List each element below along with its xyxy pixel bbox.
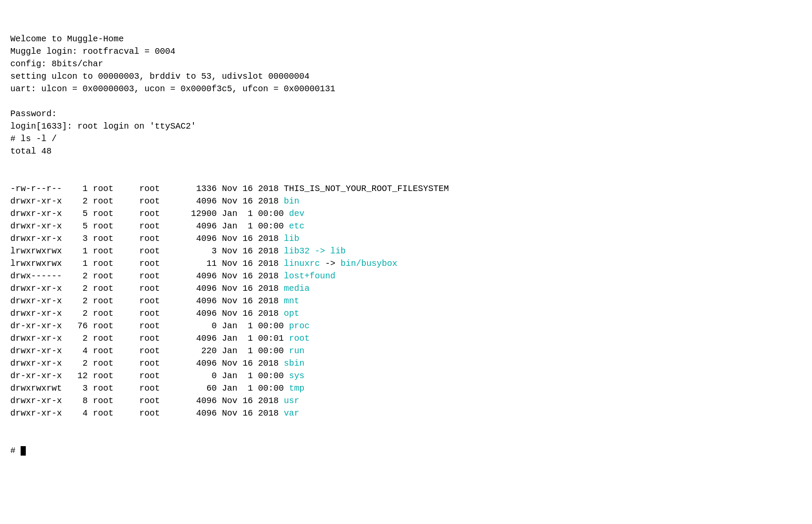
- file-perms: drwxr-xr-x: [10, 308, 62, 318]
- file-links: 3: [72, 234, 88, 244]
- file-perms: drwxr-xr-x: [10, 296, 62, 306]
- terminal-line: Welcome to Muggle-Home: [10, 33, 802, 45]
- file-year: 00:00: [258, 221, 284, 231]
- file-day: 16: [242, 271, 253, 281]
- file-group: root: [139, 396, 160, 406]
- file-size: 4096: [186, 296, 217, 306]
- file-year: 2018: [258, 408, 279, 418]
- file-group: root: [139, 196, 160, 206]
- file-size: 4096: [186, 333, 217, 343]
- file-year: 2018: [258, 196, 279, 206]
- ls-row: drwxr-xr-x 2 root root 4096 Nov 16 2018 …: [10, 307, 802, 320]
- file-month: Nov: [222, 358, 237, 368]
- file-month: Jan: [222, 346, 237, 356]
- file-name: bin: [284, 196, 299, 206]
- file-name: lib: [284, 234, 299, 244]
- file-size: 1336: [186, 184, 217, 194]
- terminal-line: config: 8bits/char: [10, 58, 802, 70]
- file-group: root: [139, 246, 160, 256]
- ls-row: drwxr-xr-x 3 root root 4096 Nov 16 2018 …: [10, 232, 802, 245]
- file-group: root: [139, 271, 160, 281]
- file-owner: root: [93, 333, 113, 343]
- file-links: 2: [72, 308, 88, 318]
- ls-row: drwxr-xr-x 4 root root 4096 Nov 16 2018 …: [10, 407, 802, 419]
- ls-row: drwx------ 2 root root 4096 Nov 16 2018 …: [10, 270, 802, 282]
- file-year: 2018: [258, 358, 279, 368]
- ls-row: dr-xr-xr-x 12 root root 0 Jan 1 00:00 sy…: [10, 370, 802, 382]
- file-day: 1: [242, 209, 253, 219]
- file-links: 2: [72, 333, 88, 343]
- file-owner: root: [93, 234, 113, 244]
- file-month: Nov: [222, 234, 237, 244]
- file-group: root: [139, 284, 160, 293]
- file-perms: drwxr-xr-x: [10, 396, 62, 406]
- terminal-output: Welcome to Muggle-HomeMuggle login: root…: [10, 8, 802, 469]
- header-section: Welcome to Muggle-HomeMuggle login: root…: [10, 33, 802, 157]
- file-group: root: [139, 184, 160, 194]
- file-perms: drwxr-xr-x: [10, 346, 62, 356]
- file-day: 1: [242, 371, 253, 381]
- cursor: [21, 446, 26, 456]
- file-perms: drwx------: [10, 271, 62, 281]
- file-month: Nov: [222, 184, 237, 194]
- file-month: Jan: [222, 321, 237, 331]
- file-perms: drwxr-xr-x: [10, 234, 62, 244]
- prompt-symbol: #: [10, 446, 21, 456]
- ls-row: drwxr-xr-x 4 root root 220 Jan 1 00:00 r…: [10, 345, 802, 357]
- file-day: 16: [242, 196, 253, 206]
- file-perms: drwxr-xr-x: [10, 209, 62, 219]
- file-owner: root: [93, 408, 113, 418]
- file-perms: -rw-r--r--: [10, 184, 62, 194]
- file-name: sys: [289, 371, 304, 381]
- file-size: 12900: [186, 209, 217, 219]
- ls-output-section: -rw-r--r-- 1 root root 1336 Nov 16 2018 …: [10, 182, 802, 419]
- file-group: root: [139, 308, 160, 318]
- file-day: 16: [242, 308, 253, 318]
- file-year: 00:00: [258, 209, 284, 219]
- file-size: 4096: [186, 221, 217, 231]
- file-day: 16: [242, 358, 253, 368]
- file-name: usr: [284, 396, 299, 406]
- file-day: 16: [242, 246, 253, 256]
- terminal-line: # ls -l /: [10, 133, 802, 145]
- file-size: 4096: [186, 358, 217, 368]
- file-size: 4096: [186, 284, 217, 293]
- ls-row: drwxr-xr-x 5 root root 12900 Jan 1 00:00…: [10, 207, 802, 220]
- terminal-line: setting ulcon to 00000003, brddiv to 53,…: [10, 70, 802, 83]
- ls-row: drwxrwxrwt 3 root root 60 Jan 1 00:00 tm…: [10, 382, 802, 395]
- ls-row: drwxr-xr-x 5 root root 4096 Jan 1 00:00 …: [10, 220, 802, 232]
- file-name: lib32 -> lib: [284, 246, 346, 256]
- file-perms: lrwxrwxrwx: [10, 246, 62, 256]
- file-owner: root: [93, 221, 113, 231]
- file-links: 5: [72, 209, 88, 219]
- file-month: Jan: [222, 383, 237, 393]
- file-perms: drwxr-xr-x: [10, 408, 62, 418]
- file-owner: root: [93, 196, 113, 206]
- file-day: 1: [242, 383, 253, 393]
- file-size: 4096: [186, 271, 217, 281]
- file-owner: root: [93, 209, 113, 219]
- file-month: Jan: [222, 209, 237, 219]
- file-group: root: [139, 346, 160, 356]
- file-owner: root: [93, 396, 113, 406]
- file-year: 00:00: [258, 321, 284, 331]
- file-month: Nov: [222, 308, 237, 318]
- file-name: run: [289, 346, 304, 356]
- file-size: 4096: [186, 396, 217, 406]
- terminal-line: Password:: [10, 108, 802, 120]
- file-year: 2018: [258, 396, 279, 406]
- file-size: 11: [186, 259, 217, 268]
- file-month: Jan: [222, 371, 237, 381]
- file-group: root: [139, 333, 160, 343]
- file-year: 2018: [258, 296, 279, 306]
- file-year: 00:00: [258, 383, 284, 393]
- file-name: sbin: [284, 358, 304, 368]
- file-year: 2018: [258, 271, 279, 281]
- file-name: THIS_IS_NOT_YOUR_ROOT_FILESYSTEM: [284, 184, 449, 194]
- file-day: 16: [242, 184, 253, 194]
- file-month: Nov: [222, 284, 237, 293]
- file-month: Nov: [222, 296, 237, 306]
- file-owner: root: [93, 271, 113, 281]
- ls-row: drwxr-xr-x 2 root root 4096 Nov 16 2018 …: [10, 195, 802, 207]
- file-year: 00:00: [258, 371, 284, 381]
